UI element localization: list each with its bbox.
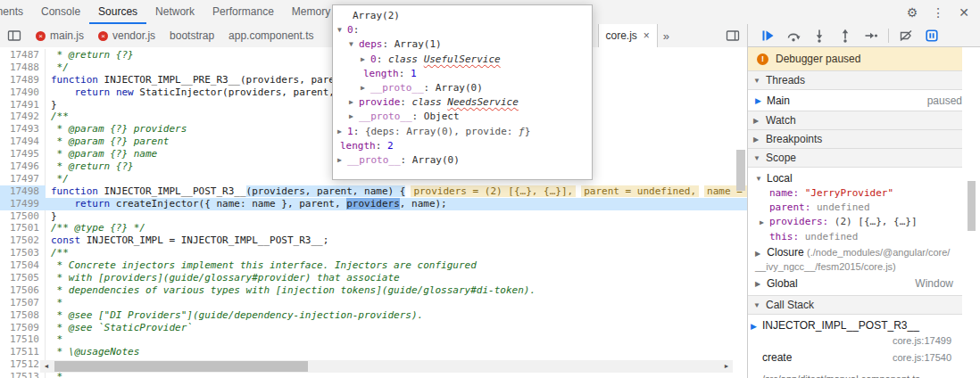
sidebar-scrollbar-thumb[interactable] bbox=[968, 181, 976, 231]
line-number[interactable]: 17507 bbox=[0, 297, 46, 309]
scrollbar-thumb[interactable] bbox=[54, 361, 308, 372]
thread-main[interactable]: ▶ Main paused bbox=[748, 90, 962, 111]
expander-right-icon[interactable]: ▶ bbox=[361, 81, 370, 95]
line-number[interactable]: 17487 bbox=[0, 49, 46, 62]
scope-variable-this[interactable]: this: undefined bbox=[748, 230, 962, 244]
file-tab-app.component.ts[interactable]: app.component.ts bbox=[221, 24, 320, 47]
file-tab-bootstrap[interactable]: bootstrap bbox=[162, 24, 221, 47]
resume-script-button[interactable] bbox=[755, 25, 780, 46]
tree-segment: : bbox=[353, 23, 365, 37]
more-tabs-chevron[interactable]: » bbox=[663, 29, 669, 43]
line-number[interactable]: 17512 bbox=[0, 358, 46, 371]
scope-local-header[interactable]: Local bbox=[748, 170, 962, 186]
expander-right-icon[interactable]: ▶ bbox=[337, 153, 347, 168]
expander-right-icon[interactable]: ▶ bbox=[361, 53, 370, 67]
close-devtools-icon[interactable]: ✕ bbox=[959, 6, 969, 19]
tab-sources[interactable]: Sources bbox=[89, 0, 146, 24]
settings-gear-icon[interactable]: ⚙ bbox=[907, 6, 918, 19]
editor-pane-toggle-icon[interactable] bbox=[726, 29, 740, 45]
object-tree-row[interactable]: ▶__proto__: Array(0) bbox=[333, 153, 592, 168]
step-button[interactable] bbox=[859, 25, 884, 46]
tree-segment: deps bbox=[359, 37, 383, 52]
line-number[interactable]: 17495 bbox=[0, 148, 46, 160]
editor-vertical-scrollbar-thumb[interactable] bbox=[736, 150, 745, 191]
line-number[interactable]: 17501 bbox=[0, 222, 46, 234]
scope-variable-name[interactable]: name: "JerryProvider" bbox=[748, 186, 962, 201]
object-tree-row[interactable]: ▶0: class UsefulService bbox=[333, 53, 592, 67]
pause-on-exceptions-button[interactable] bbox=[919, 25, 944, 46]
code-line: 17511 * \@usageNotes bbox=[0, 346, 747, 358]
code-text: * @see `StaticProvider` bbox=[46, 322, 747, 334]
expander-right-icon[interactable]: ▶ bbox=[337, 125, 347, 139]
watch-section-header[interactable]: Watch bbox=[748, 111, 962, 130]
tree-segment: 1 bbox=[347, 125, 353, 139]
tab-memory[interactable]: Memory bbox=[283, 0, 339, 24]
editor-horizontal-scrollbar[interactable]: ◄ ► bbox=[40, 360, 733, 373]
breakpoints-section-header[interactable]: Breakpoints bbox=[748, 129, 962, 149]
object-tree-row[interactable]: ▼deps: Array(1) bbox=[333, 37, 592, 52]
deactivate-breakpoints-button[interactable] bbox=[893, 25, 918, 46]
line-number[interactable]: 17513 bbox=[0, 371, 46, 378]
object-tree-row[interactable]: ▶__proto__: Array(0) bbox=[333, 81, 592, 95]
line-number[interactable]: 17499 bbox=[0, 198, 46, 210]
line-number[interactable]: 17490 bbox=[0, 86, 46, 99]
line-number[interactable]: 17502 bbox=[0, 234, 46, 247]
line-number[interactable]: 17491 bbox=[0, 99, 46, 111]
scroll-left-arrow-icon[interactable]: ◄ bbox=[40, 360, 53, 373]
step-out-button[interactable] bbox=[833, 25, 858, 46]
scope-closure-header[interactable]: Closure (./node_modules/@angular/core/__… bbox=[748, 244, 962, 275]
line-number[interactable]: 17510 bbox=[0, 333, 46, 346]
step-into-button[interactable] bbox=[807, 25, 832, 46]
tab-performance[interactable]: Performance bbox=[203, 0, 283, 24]
line-number[interactable]: 17498 bbox=[0, 185, 46, 198]
navigator-panel-toggle-icon[interactable] bbox=[0, 24, 29, 47]
scrollbar-track[interactable] bbox=[53, 360, 720, 373]
line-number[interactable]: 17494 bbox=[0, 136, 46, 148]
line-number[interactable]: 17497 bbox=[0, 173, 46, 185]
line-number[interactable]: 17493 bbox=[0, 123, 46, 136]
expander-down-icon[interactable]: ▼ bbox=[337, 23, 347, 37]
expander-right-icon[interactable]: ▶ bbox=[349, 110, 359, 124]
scope-pane: Local name: "JerryProvider"parent: undef… bbox=[748, 168, 980, 295]
tab-network[interactable]: Network bbox=[146, 0, 203, 24]
error-badge-icon: × bbox=[36, 31, 46, 41]
line-number[interactable]: 17488 bbox=[0, 62, 46, 74]
tab-console[interactable]: Console bbox=[32, 0, 89, 24]
line-number[interactable]: 17508 bbox=[0, 309, 46, 322]
object-tree-row[interactable]: ▶1: {deps: Array(0), provide: ƒ} bbox=[333, 125, 592, 139]
expander-right-icon[interactable]: ▶ bbox=[760, 216, 769, 230]
file-tab-main.js[interactable]: ×main.js bbox=[29, 24, 91, 47]
call-stack-section-header[interactable]: Call Stack bbox=[748, 295, 962, 315]
close-tab-icon[interactable]: × bbox=[644, 29, 650, 42]
file-tab-vendor.js[interactable]: ×vendor.js bbox=[91, 24, 162, 47]
scope-section-header[interactable]: Scope bbox=[748, 148, 962, 168]
call-stack-frame[interactable]: ▶INJECTOR_IMPL__POST_R3__core.js:17499 bbox=[748, 316, 962, 349]
line-number[interactable]: 17489 bbox=[0, 74, 46, 86]
scope-global-header[interactable]: Global Window bbox=[748, 275, 962, 292]
call-stack-frame[interactable]: /src/app/ditest/manual.component.ts bbox=[748, 366, 962, 378]
call-stack-frame[interactable]: createcore.js:17540 bbox=[748, 349, 962, 366]
line-number[interactable]: 17505 bbox=[0, 272, 46, 284]
file-tab-core.js[interactable]: core.js× bbox=[598, 24, 658, 47]
line-number[interactable]: 17506 bbox=[0, 284, 46, 297]
expander-down-icon[interactable]: ▼ bbox=[349, 37, 359, 52]
line-number[interactable]: 17500 bbox=[0, 210, 46, 223]
scope-variable-parent[interactable]: parent: undefined bbox=[748, 201, 962, 215]
threads-section-header[interactable]: Threads bbox=[748, 70, 962, 90]
object-tree-row[interactable]: ▶provide: class NeedsService bbox=[333, 95, 592, 110]
tab-elements[interactable]: Elements bbox=[0, 0, 32, 24]
object-tree-row[interactable]: ▶__proto__: Object bbox=[333, 110, 592, 124]
debugger-paused-banner: ! Debugger paused bbox=[748, 47, 962, 70]
step-over-button[interactable] bbox=[781, 25, 806, 46]
line-number[interactable]: 17509 bbox=[0, 322, 46, 334]
line-number[interactable]: 17492 bbox=[0, 111, 46, 123]
more-options-kebab-icon[interactable]: ⋮ bbox=[932, 6, 944, 19]
line-number[interactable]: 17503 bbox=[0, 247, 46, 259]
scroll-right-arrow-icon[interactable]: ► bbox=[720, 360, 733, 373]
expander-right-icon[interactable]: ▶ bbox=[349, 95, 359, 110]
line-number[interactable]: 17496 bbox=[0, 160, 46, 173]
object-tree-row[interactable]: ▼0: bbox=[333, 23, 592, 37]
line-number[interactable]: 17504 bbox=[0, 259, 46, 272]
line-number[interactable]: 17511 bbox=[0, 346, 46, 358]
scope-variable-providers[interactable]: ▶providers: (2) [{…}, {…}] bbox=[748, 215, 962, 230]
